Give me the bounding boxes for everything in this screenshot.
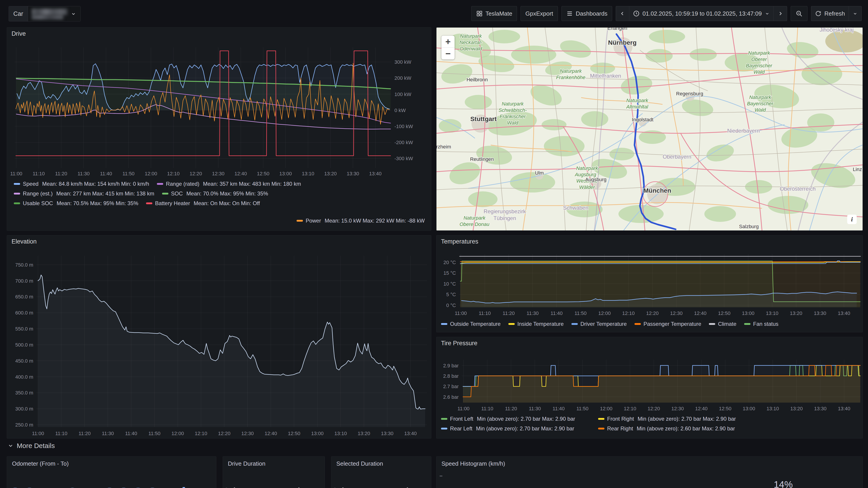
car-variable-control[interactable]: Car [8,6,81,22]
elevation-chart[interactable]: 11:0011:1011:2011:3011:4011:5012:0012:10… [7,235,431,438]
x-axis-tick-label: 11:50 [123,171,134,176]
legend-item-outside-temperature[interactable]: Outside Temperature [441,321,501,327]
x-axis-tick-label: 13:40 [838,406,850,412]
legend-swatch [297,220,303,222]
time-shift-back-button[interactable] [616,6,629,21]
y-axis-tick-label: 10 °C [443,281,456,287]
map-zoom-in-button[interactable]: + [441,36,455,48]
legend-item-range-est-[interactable]: Range (est.)Mean: 277 km Max: 415 km Min… [14,191,154,197]
legend-item-rear-right[interactable]: Rear RightMin (above zero): 2.60 bar Max… [598,425,856,432]
panel-title: Drive [11,30,26,37]
x-axis-tick-label: 12:50 [288,431,300,436]
map-region-label: Jihočeský kraj [819,28,854,33]
map-attribution-button[interactable]: i [847,215,857,224]
legend-swatch [441,428,447,429]
time-range-button[interactable]: 01.02.2025, 10:59:19 to 01.02.2025, 13:4… [629,6,774,21]
x-axis-tick-label: 12:00 [172,431,184,436]
legend-item-front-left[interactable]: Front LeftMin (above zero): 2.70 bar Max… [441,416,598,422]
legend-label: Speed [23,181,38,187]
x-axis-tick-label: 12:30 [670,311,683,316]
x-axis-tick-label: 12:10 [195,431,207,436]
y-axis-tick-label: 600.0 m [16,310,33,316]
teslamate-button[interactable]: TeslaMate [471,6,517,21]
legend-item-inside-temperature[interactable]: Inside Temperature [508,321,564,327]
legend-label: Range (rated) [166,181,199,187]
car-variable-value[interactable] [28,6,81,21]
legend-item-speed[interactable]: SpeedMean: 84.8 km/h Max: 154 km/h Min: … [14,181,149,187]
x-axis-tick-label: 13:10 [302,171,314,176]
legend-item-climate[interactable]: Climate [709,321,736,327]
histogram-bar-label: 14% [774,479,793,488]
legend-item-rear-left[interactable]: Rear LeftMin (above zero): 2.70 bar Max:… [441,425,598,432]
panel-title: Elevation [11,238,37,245]
legend-swatch [14,202,20,204]
panel-title: Temperatures [441,238,478,245]
panel-title: Tire Pressure [441,340,477,347]
legend-item-front-right[interactable]: Front RightMin (above zero): 2.70 bar Ma… [598,416,856,422]
x-axis-tick-label: 13:10 [334,431,347,436]
drive-panel: Drive 11:0011:1011:2011:3011:4011:5012:0… [7,27,431,231]
y-axis-tick-label: 350.0 m [16,390,33,396]
y-axis-tick-label: 15 °C [443,270,456,276]
legend-stats: Min (above zero): 2.70 bar Max: 2.90 bar [638,416,736,422]
legend-label: SOC [171,191,183,197]
legend-row: PowerMean: 15.0 kW Max: 292 kW Min: -88 … [297,218,425,224]
legend-label: Inside Temperature [518,321,564,327]
temperatures-legend: Outside TemperatureInside TemperatureDri… [441,321,856,330]
x-axis-tick-label: 13:00 [279,171,292,176]
stat-title: Speed Histogram (km/h) [441,460,505,467]
time-range-picker: 01.02.2025, 10:59:19 to 01.02.2025, 13:4… [616,6,787,21]
y-axis-tick-label: 700.0 m [16,278,33,284]
legend-item-soc[interactable]: SOCMean: 70.0% Max: 95% Min: 35% [162,191,268,197]
temperatures-chart[interactable]: 11:0011:1011:2011:3011:4011:5012:0012:10… [436,235,863,332]
legend-item-passenger-temperature[interactable]: Passenger Temperature [634,321,702,327]
map-city-label: Pforzheim [436,144,451,150]
x-axis-tick-label: 11:00 [32,431,44,436]
time-shift-forward-button[interactable] [774,6,787,21]
legend-swatch [157,183,163,185]
legend-row: Rear LeftMin (above zero): 2.70 bar Max:… [441,425,856,432]
x-axis-tick-label: 11:30 [78,171,90,176]
x-axis-tick-label: 11:40 [125,431,137,436]
tire-pressure-panel: Tire Pressure 11:0011:1011:2011:3011:401… [436,337,863,438]
refresh-interval-dropdown[interactable] [848,6,862,21]
route-map[interactable]: NaturparkNeckartal-OdenwaldNaturparkFran… [436,28,863,230]
chevron-down-icon [8,443,13,449]
chevron-down-icon [765,11,770,16]
x-axis-tick-label: 12:30 [671,406,684,412]
clock-icon [633,10,640,17]
legend-swatch [598,418,604,420]
histogram-axis-tick [440,476,442,477]
x-axis-tick-label: 12:20 [190,171,202,176]
stat-title: Odometer (From - To) [12,460,69,467]
y-axis-tick-label: 650.0 m [16,294,33,300]
legend-swatch [634,323,641,325]
zoom-out-time-button[interactable] [791,6,807,21]
chevron-right-icon [777,11,783,17]
legend-item-fan-status[interactable]: Fan status [744,321,778,327]
legend-label: Battery Heater [155,200,190,206]
legend-label: Climate [718,321,736,327]
y-axis-tick-label: 20 °C [443,260,456,265]
x-axis-tick-label: 11:00 [455,311,467,316]
legend-item-driver-temperature[interactable]: Driver Temperature [571,321,627,327]
legend-item-power[interactable]: PowerMean: 15.0 kW Max: 292 kW Min: -88 … [297,218,425,224]
x-axis-tick-label: 13:30 [347,171,359,176]
chevron-left-icon [620,11,625,17]
map-zoom-out-button[interactable]: − [441,48,455,59]
gpxexport-button[interactable]: GpxExport [521,6,558,21]
x-axis-tick-label: 11:50 [575,311,586,316]
legend-item-usable-soc[interactable]: Usable SOCMean: 70.5% Max: 95% Min: 35% [14,200,138,206]
legend-swatch [441,323,447,325]
legend-label: Front Left [450,416,473,422]
legend-item-range-rated-[interactable]: Range (rated)Mean: 357 km Max: 483 km Mi… [157,181,301,187]
refresh-button[interactable]: Refresh [811,6,848,21]
map-region-label: Schwaben [563,205,588,211]
map-city-label: Reutlingen [470,156,494,162]
tire-pressure-legend: Front LeftMin (above zero): 2.70 bar Max… [441,416,856,435]
x-axis-tick-label: 12:50 [719,406,732,412]
more-details-row[interactable]: More Details [8,442,55,450]
dashboards-button[interactable]: Dashboards [561,6,612,21]
legend-item-battery-heater[interactable]: Battery HeaterMean: On Max: On Min: Off [146,200,260,206]
y-axis-tick-label: -100 kW [395,124,413,129]
